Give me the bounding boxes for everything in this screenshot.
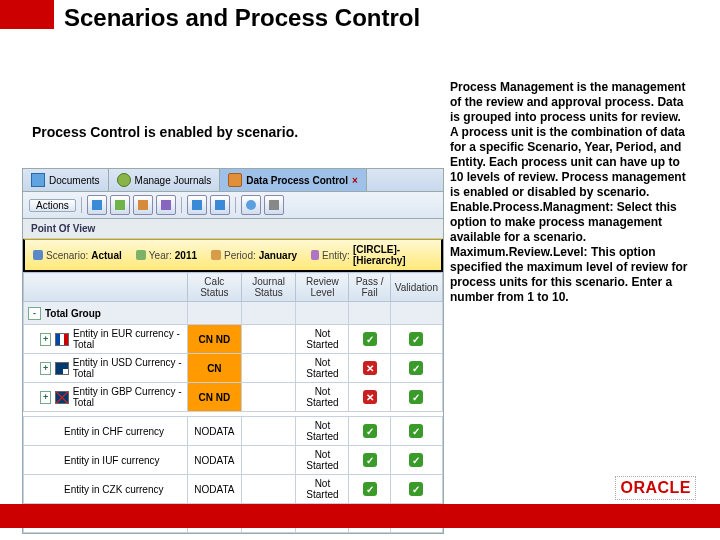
row-label: Total Group [45, 308, 101, 319]
table-row[interactable]: +Entity in EUR currency - TotalCN NDNot … [24, 325, 443, 354]
cell-calc: CN [188, 354, 242, 383]
cell-calc: NODATA [188, 475, 242, 504]
col-passfail[interactable]: Pass / Fail [349, 273, 390, 302]
col-name[interactable] [24, 273, 188, 302]
explanation-paragraph: Process Management is the management of … [450, 80, 690, 305]
table-row[interactable]: +Entity in USD Currency - TotalCNNot Sta… [24, 354, 443, 383]
pov-title: Point Of View [23, 219, 443, 239]
close-icon[interactable]: × [352, 175, 358, 186]
toolbar-button-6[interactable] [210, 195, 230, 215]
toolbar-button-5[interactable] [187, 195, 207, 215]
pov-bar: Scenario: Actual Year: 2011 Period: Janu… [23, 239, 443, 272]
cell-validation: ✓ [390, 325, 442, 354]
cell-review: Not Started [296, 475, 349, 504]
tab-data-process-control[interactable]: Data Process Control × [220, 169, 367, 191]
footer-bar [0, 504, 720, 528]
row-label: Entity in CZK currency [64, 484, 163, 495]
pov-entity[interactable]: Entity: [CIRCLE]-[Hierarchy] [307, 243, 437, 267]
cell-passfail: ✓ [349, 417, 390, 446]
flag-icon [55, 362, 69, 375]
cell-calc: CN ND [188, 325, 242, 354]
table-row[interactable]: Entity in CZK currencyNODATANot Started✓… [24, 475, 443, 504]
collapse-icon[interactable]: - [28, 307, 41, 320]
pov-scenario[interactable]: Scenario: Actual [29, 243, 126, 267]
cell-review: Not Started [296, 417, 349, 446]
pov-period[interactable]: Period: January [207, 243, 301, 267]
period-icon [211, 250, 221, 260]
year-icon [136, 250, 146, 260]
cell-review [296, 302, 349, 325]
cell-review: Not Started [296, 325, 349, 354]
tab-documents[interactable]: Documents [23, 169, 109, 191]
toolbar: Actions [23, 192, 443, 219]
col-journal[interactable]: Journal Status [241, 273, 296, 302]
cell-passfail: ✕ [349, 383, 390, 412]
toolbar-button-2[interactable] [110, 195, 130, 215]
tab-strip: Documents Manage Journals Data Process C… [23, 169, 443, 192]
check-icon: ✓ [363, 482, 377, 496]
col-review[interactable]: Review Level [296, 273, 349, 302]
check-icon: ✓ [409, 453, 423, 467]
cell-validation: ✓ [390, 354, 442, 383]
table-row[interactable]: +Entity in GBP Currency - TotalCN NDNot … [24, 383, 443, 412]
cell-passfail: ✓ [349, 475, 390, 504]
row-label: Entity in GBP Currency - Total [73, 386, 183, 408]
cell-journal [241, 446, 296, 475]
tab-label: Data Process Control [246, 175, 348, 186]
check-icon: ✓ [363, 332, 377, 346]
cell-journal [241, 325, 296, 354]
cell-validation: ✓ [390, 383, 442, 412]
cross-icon: ✕ [363, 361, 377, 375]
cell-journal [241, 475, 296, 504]
cell-journal [241, 383, 296, 412]
cell-validation [390, 302, 442, 325]
toolbar-separator [81, 197, 82, 213]
row-label: Entity in CHF currency [64, 426, 164, 437]
check-icon: ✓ [409, 361, 423, 375]
tab-label: Manage Journals [135, 175, 212, 186]
database-icon [228, 173, 242, 187]
documents-icon [31, 173, 45, 187]
table-row[interactable]: Entity in IUF currencyNODATANot Started✓… [24, 446, 443, 475]
toolbar-button-1[interactable] [87, 195, 107, 215]
table-row[interactable]: -Total Group [24, 302, 443, 325]
flag-icon [55, 333, 69, 346]
col-calc[interactable]: Calc Status [188, 273, 242, 302]
process-grid: Calc Status Journal Status Review Level … [23, 272, 443, 533]
cell-calc: CN ND [188, 383, 242, 412]
check-icon: ✓ [363, 453, 377, 467]
toolbar-button-3[interactable] [133, 195, 153, 215]
check-icon: ✓ [363, 424, 377, 438]
tab-manage-journals[interactable]: Manage Journals [109, 169, 221, 191]
check-icon: ✓ [409, 424, 423, 438]
cell-calc: NODATA [188, 417, 242, 446]
toolbar-button-4[interactable] [156, 195, 176, 215]
toolbar-separator [181, 197, 182, 213]
cell-calc: NODATA [188, 446, 242, 475]
expand-icon[interactable]: + [40, 333, 51, 346]
slide-subtitle: Process Control is enabled by scenario. [32, 124, 298, 140]
flag-icon [55, 391, 69, 404]
row-label: Entity in USD Currency - Total [73, 357, 183, 379]
table-row[interactable]: Entity in CHF currencyNODATANot Started✓… [24, 417, 443, 446]
expand-icon[interactable]: + [40, 391, 51, 404]
pov-year[interactable]: Year: 2011 [132, 243, 201, 267]
row-label: Entity in EUR currency - Total [73, 328, 183, 350]
brand-accent [0, 0, 54, 29]
cell-review: Not Started [296, 383, 349, 412]
refresh-button[interactable] [241, 195, 261, 215]
cell-journal [241, 417, 296, 446]
expand-icon[interactable]: + [40, 362, 51, 375]
entity-icon [311, 250, 319, 260]
col-validation[interactable]: Validation [390, 273, 442, 302]
cell-passfail: ✕ [349, 354, 390, 383]
app-screenshot: Documents Manage Journals Data Process C… [22, 168, 444, 534]
cell-passfail: ✓ [349, 446, 390, 475]
actions-menu[interactable]: Actions [29, 199, 76, 212]
cell-journal [241, 354, 296, 383]
toolbar-separator [235, 197, 236, 213]
row-label: Entity in IUF currency [64, 455, 160, 466]
toolbar-button-8[interactable] [264, 195, 284, 215]
cell-passfail: ✓ [349, 325, 390, 354]
tab-label: Documents [49, 175, 100, 186]
